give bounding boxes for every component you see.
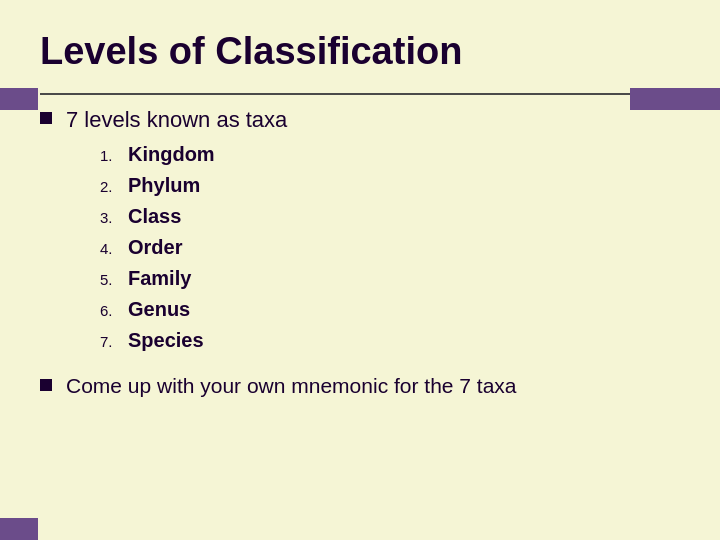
- taxa-list: 1.Kingdom2.Phylum3.Class4.Order5.Family6…: [100, 139, 670, 356]
- slide: Levels of Classification 7 levels known …: [0, 0, 720, 540]
- list-item-number: 5.: [100, 268, 128, 291]
- bullet-square-icon: [40, 112, 52, 124]
- list-item-number: 3.: [100, 206, 128, 229]
- list-item-number: 1.: [100, 144, 128, 167]
- bottom-bullet-square-icon: [40, 379, 52, 391]
- list-item-label: Phylum: [128, 170, 200, 201]
- list-item-label: Species: [128, 325, 204, 356]
- list-item-label: Class: [128, 201, 181, 232]
- divider-line: [40, 93, 670, 95]
- list-item-number: 6.: [100, 299, 128, 322]
- list-item-label: Family: [128, 263, 191, 294]
- bottom-bullet-text: Come up with your own mnemonic for the 7…: [66, 374, 517, 398]
- list-item-label: Kingdom: [128, 139, 215, 170]
- list-item-label: Genus: [128, 294, 190, 325]
- accent-bar-right: [630, 88, 720, 110]
- accent-bar-left: [0, 88, 38, 110]
- main-bullet: 7 levels known as taxa: [40, 107, 670, 133]
- list-item-number: 7.: [100, 330, 128, 353]
- list-item: 4.Order: [100, 232, 670, 263]
- list-item-number: 4.: [100, 237, 128, 260]
- list-item: 5.Family: [100, 263, 670, 294]
- slide-title: Levels of Classification: [40, 30, 670, 73]
- list-item: 7.Species: [100, 325, 670, 356]
- list-item: 6.Genus: [100, 294, 670, 325]
- list-item-number: 2.: [100, 175, 128, 198]
- list-item-label: Order: [128, 232, 182, 263]
- bottom-bar-left: [0, 518, 38, 540]
- bottom-bullet: Come up with your own mnemonic for the 7…: [40, 374, 670, 398]
- list-item: 1.Kingdom: [100, 139, 670, 170]
- list-item: 3.Class: [100, 201, 670, 232]
- main-bullet-text: 7 levels known as taxa: [66, 107, 287, 133]
- bullet-section: 7 levels known as taxa 1.Kingdom2.Phylum…: [40, 107, 670, 366]
- list-item: 2.Phylum: [100, 170, 670, 201]
